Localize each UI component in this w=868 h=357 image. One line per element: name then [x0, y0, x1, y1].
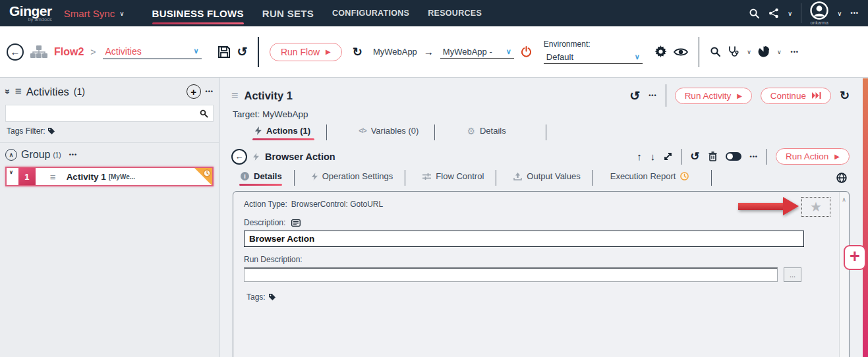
collapse-panel-icon[interactable]: »: [3, 89, 13, 94]
action-editor: ← Browser Action ↑ ↓ ↺ •••: [231, 148, 868, 357]
tags-filter-row: Tags Filter:: [7, 126, 214, 136]
run-action-button[interactable]: Run Action ▶: [776, 148, 850, 165]
move-down-icon[interactable]: ↓: [651, 151, 656, 162]
pending-clock-icon: [680, 172, 689, 180]
action-more-icon[interactable]: •••: [750, 153, 758, 160]
analyzer-stethoscope-icon[interactable]: [728, 46, 739, 57]
tab-divider: [294, 170, 295, 186]
undo-icon[interactable]: ↺: [237, 44, 248, 59]
environment-dropdown[interactable]: Default ∨: [544, 51, 643, 64]
tab-flow-control[interactable]: Flow Control: [416, 170, 496, 186]
action-type-label: Action Type:: [244, 200, 287, 209]
agent-selector-dropdown[interactable]: MyWebApp - ∨: [440, 45, 514, 59]
reset-flow-icon[interactable]: ↻: [353, 45, 362, 59]
run-action-label: Run Action: [786, 151, 828, 161]
continue-label: Continue: [770, 91, 806, 101]
sidebar-more-icon[interactable]: •••: [206, 88, 214, 95]
description-input[interactable]: [244, 231, 804, 247]
tab-details[interactable]: ⚙ Details: [459, 124, 521, 140]
expand-activity-icon[interactable]: ∨: [9, 169, 13, 175]
active-toggle[interactable]: [726, 152, 741, 161]
tag-icon[interactable]: [47, 127, 55, 135]
more-toolbar-options-icon[interactable]: •••: [791, 49, 799, 55]
search-icon[interactable]: [200, 109, 208, 118]
back-to-actions-button[interactable]: ←: [231, 149, 247, 165]
tab-variables[interactable]: </> Variables (0): [351, 124, 434, 140]
lightning-icon: [255, 126, 262, 135]
run-description-input[interactable]: [244, 267, 778, 282]
tags-filter-label: Tags Filter:: [7, 126, 45, 136]
panel-scrollbar[interactable]: ∧: [839, 192, 848, 357]
tab-action-details[interactable]: i Details: [234, 170, 294, 186]
chevron-down-icon[interactable]: ∨: [788, 10, 792, 17]
tab-label: Operation Settings: [322, 171, 393, 181]
activity-list-item[interactable]: ∨ 1 ≡ Activity 1 [MyWe...: [5, 167, 214, 186]
tab-operation-settings[interactable]: Operation Settings: [305, 170, 405, 186]
workspace-selector[interactable]: Smart Sync ∨: [64, 8, 125, 19]
collapse-group-button[interactable]: ∧: [5, 149, 17, 161]
main-nav: BUSINESS FLOWS RUN SETS CONFIGURATIONS R…: [152, 0, 482, 26]
activity-name: Activity 1: [67, 172, 106, 182]
more-options-icon[interactable]: •••: [851, 10, 859, 16]
reset-activity-icon[interactable]: ↺: [629, 88, 640, 103]
favorite-star-button[interactable]: ★: [801, 197, 830, 217]
run-activity-button[interactable]: Run Activity ▶: [675, 88, 752, 104]
view-selector-dropdown[interactable]: Activities ∨: [103, 45, 202, 59]
delete-action-icon[interactable]: [709, 151, 717, 161]
power-agent-icon[interactable]: [521, 46, 532, 57]
save-icon[interactable]: [217, 45, 231, 59]
sidebar-divider: [0, 142, 219, 143]
tab-divider: [405, 170, 405, 186]
hamburger-icon[interactable]: ≡: [15, 85, 22, 98]
user-avatar[interactable]: onkarma: [810, 1, 828, 25]
nav-run-sets[interactable]: RUN SETS: [262, 0, 314, 26]
tab-label: Execution Report: [610, 171, 676, 181]
nav-configurations[interactable]: CONFIGURATIONS: [332, 0, 409, 26]
sidebar-search-input[interactable]: [11, 109, 200, 118]
user-name-label: onkarma: [811, 20, 828, 25]
expand-icon[interactable]: [664, 152, 672, 161]
tag-icon[interactable]: [268, 293, 276, 301]
application-name: MyWebApp: [373, 47, 417, 57]
chevron-down-icon[interactable]: ∨: [777, 49, 782, 55]
breadcrumb-separator: >: [90, 47, 96, 57]
environment-value: Default: [546, 52, 573, 62]
search-flows-icon[interactable]: [710, 46, 721, 57]
tab-output-values[interactable]: Output Values: [507, 170, 592, 186]
report-pie-icon[interactable]: [758, 46, 769, 57]
topbar-actions: ∨ onkarma ∨ •••: [749, 1, 859, 25]
group-count: (1): [53, 151, 61, 159]
group-more-icon[interactable]: •••: [69, 151, 77, 158]
drag-handle-icon[interactable]: ≡: [50, 171, 56, 182]
search-icon[interactable]: [749, 8, 760, 19]
run-flow-button[interactable]: Run Flow ▶: [270, 43, 342, 61]
chevron-down-icon[interactable]: ∨: [837, 10, 842, 17]
settings-gear-icon[interactable]: [654, 45, 667, 58]
move-up-icon[interactable]: ↑: [637, 151, 642, 162]
eye-preview-icon[interactable]: [674, 47, 688, 57]
share-icon[interactable]: [768, 8, 779, 18]
add-action-fab[interactable]: +: [844, 245, 866, 270]
run-description-more-button[interactable]: ...: [784, 267, 801, 282]
globe-icon[interactable]: [836, 173, 847, 183]
reset-action-icon[interactable]: ↺: [690, 150, 699, 163]
header-divider: [681, 149, 681, 165]
activity-more-icon[interactable]: •••: [649, 92, 656, 99]
target-label: Target: MyWebApp: [233, 109, 868, 119]
tab-actions[interactable]: Actions (1): [247, 124, 326, 140]
add-activity-button[interactable]: +: [187, 84, 201, 99]
ginger-logo[interactable]: Ginger by amdocs: [9, 4, 52, 22]
scroll-up-icon[interactable]: ∧: [842, 196, 846, 203]
value-expression-icon[interactable]: [291, 219, 301, 227]
pending-clock-icon: [203, 169, 211, 177]
activity-tabs: Actions (1) </> Variables (0) ⚙ Details: [247, 124, 868, 140]
nav-resources[interactable]: RESOURCES: [428, 0, 482, 26]
activity-title: Activity 1: [245, 90, 293, 102]
nav-business-flows[interactable]: BUSINESS FLOWS: [152, 0, 244, 26]
info-icon: i: [241, 172, 249, 180]
refresh-activity-icon[interactable]: ↻: [840, 88, 850, 103]
continue-button[interactable]: Continue: [761, 88, 831, 104]
chevron-down-icon[interactable]: ∨: [747, 49, 751, 55]
back-button[interactable]: ←: [7, 43, 24, 61]
tab-execution-report[interactable]: Execution Report: [604, 170, 701, 186]
